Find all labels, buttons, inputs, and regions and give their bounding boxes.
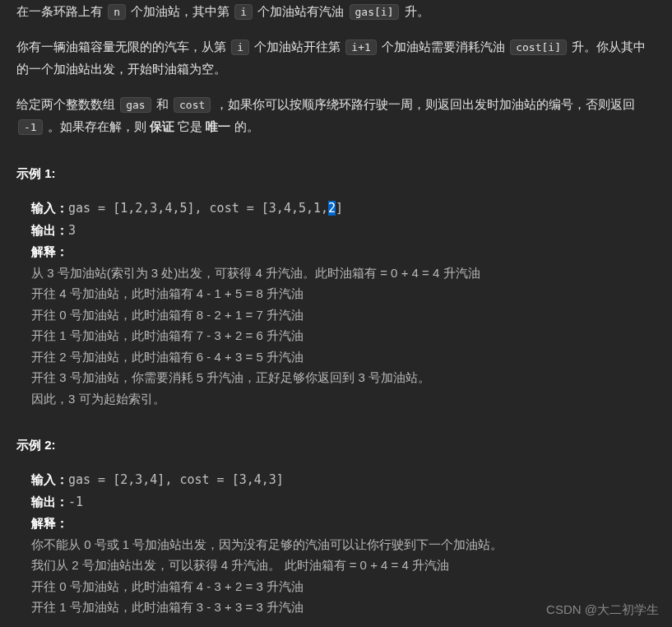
text: ，如果你可以按顺序绕环路行驶一周，则返回出发时加油站的编号，否则返回 (212, 97, 635, 111)
paragraph-1: 在一条环路上有 n 个加油站，其中第 i 个加油站有汽油 gas[i] 升。 (16, 0, 656, 22)
output-label: 输出： (31, 223, 68, 237)
text: 的。 (230, 119, 258, 133)
bold-unique: 唯一 (206, 119, 230, 133)
explain-line: 开往 2 号加油站，此时油箱有 6 - 4 + 3 = 5 升汽油 (31, 346, 656, 368)
text: 和 (153, 97, 172, 111)
text: 升。 (401, 4, 429, 18)
example-1-heading: 示例 1: (16, 162, 656, 184)
example-2-explain-label: 解释： (31, 513, 656, 534)
text: 个加油站有汽油 (254, 4, 347, 18)
example-1-explain-label: 解释： (31, 241, 656, 262)
input-label: 输入： (31, 201, 68, 215)
code-i: i (231, 39, 249, 55)
text: 你有一辆油箱容量无限的的汽车，从第 (16, 39, 229, 53)
example-2-input-line: 输入：gas = [2,3,4], cost = [3,4,3] (31, 469, 656, 491)
text: 它是 (174, 119, 206, 133)
explain-line: 我们从 2 号加油站出发，可以获得 4 升汽油。 此时油箱有 = 0 + 4 =… (31, 555, 656, 576)
input-value: gas = [1,2,3,4,5], cost = [3,4,5,1,2] (68, 201, 343, 216)
code-cost: cost (174, 97, 211, 113)
explain-line: 开往 0 号加油站，此时油箱有 8 - 2 + 1 = 7 升汽油 (31, 304, 656, 326)
example-1-block: 输入：gas = [1,2,3,4,5], cost = [3,4,5,1,2]… (31, 197, 656, 409)
watermark: CSDN @大二初学生 (546, 598, 659, 620)
text: ] (336, 201, 343, 216)
explain-label: 解释： (31, 244, 68, 258)
text: 给定两个整数数组 (16, 97, 118, 111)
example-2-block: 输入：gas = [2,3,4], cost = [3,4,3] 输出：-1 解… (31, 469, 656, 618)
output-value: -1 (68, 495, 83, 509)
text: 个加油站需要消耗汽油 (378, 39, 508, 53)
explain-line: 从 3 号加油站(索引为 3 处)出发，可获得 4 升汽油。此时油箱有 = 0 … (31, 262, 656, 284)
code-i-plus-1: i+1 (345, 39, 376, 55)
explain-line: 因此，3 可为起始索引。 (31, 388, 656, 410)
text: gas = [1,2,3,4,5], cost = [3,4,5,1, (68, 201, 328, 216)
bold-guarantee: 保证 (150, 119, 174, 133)
problem-description: 在一条环路上有 n 个加油站，其中第 i 个加油站有汽油 gas[i] 升。 你… (16, 0, 656, 618)
text: 在一条环路上有 (16, 4, 106, 18)
explain-line: 开往 4 号加油站，此时油箱有 4 - 1 + 5 = 8 升汽油 (31, 283, 656, 304)
text: 个加油站开往第 (251, 39, 344, 53)
input-label: 输入： (31, 472, 68, 486)
paragraph-2: 你有一辆油箱容量无限的的汽车，从第 i 个加油站开往第 i+1 个加油站需要消耗… (16, 35, 656, 80)
explain-line: 开往 1 号加油站，此时油箱有 7 - 3 + 2 = 6 升汽油 (31, 325, 656, 346)
example-2-output-line: 输出：-1 (31, 491, 656, 513)
code-i: i (234, 4, 253, 20)
text: 个加油站，其中第 (127, 4, 233, 18)
output-label: 输出： (31, 495, 68, 509)
code-n: n (108, 4, 126, 20)
code-gas-i: gas[i] (350, 4, 400, 20)
output-value: 3 (68, 223, 76, 238)
explain-label: 解释： (31, 516, 68, 530)
text: 。如果存在解，则 (44, 119, 150, 133)
code-gas: gas (120, 97, 151, 113)
selected-text: 2 (328, 201, 336, 216)
example-1-output-line: 输出：3 (31, 220, 656, 242)
example-2-heading: 示例 2: (16, 434, 656, 456)
explain-line: 你不能从 0 号或 1 号加油站出发，因为没有足够的汽油可以让你行驶到下一个加油… (31, 534, 656, 555)
code-neg-1: -1 (18, 119, 43, 135)
code-cost-i: cost[i] (510, 39, 567, 55)
explain-line: 开往 0 号加油站，此时油箱有 4 - 3 + 2 = 3 升汽油 (31, 576, 656, 597)
input-value: gas = [2,3,4], cost = [3,4,3] (68, 472, 284, 487)
example-1-input-line: 输入：gas = [1,2,3,4,5], cost = [3,4,5,1,2] (31, 197, 656, 220)
explain-line: 开往 3 号加油站，你需要消耗 5 升汽油，正好足够你返回到 3 号加油站。 (31, 367, 656, 388)
paragraph-3: 给定两个整数数组 gas 和 cost ，如果你可以按顺序绕环路行驶一周，则返回… (16, 93, 656, 137)
